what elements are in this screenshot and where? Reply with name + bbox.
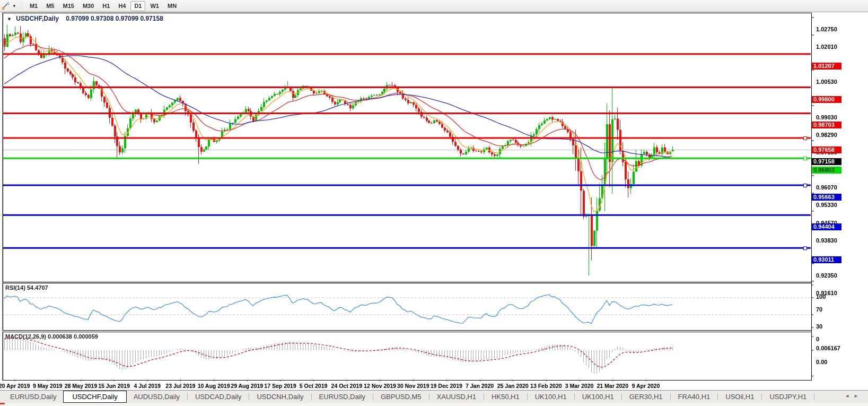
symbol-tab-4[interactable]: USDCNH,Daily: [250, 392, 310, 402]
hline-price-label[interactable]: 0.99800: [812, 96, 841, 103]
date-tick-label: 19 Dec 2019: [431, 383, 462, 389]
date-tick-label: 24 Oct 2019: [331, 383, 362, 389]
symbol-tab-0[interactable]: EURUSD,Daily: [3, 392, 63, 402]
price-tick-label: 0.93830: [816, 237, 837, 244]
tab-separator: [670, 393, 671, 400]
toolbar-grip-handle[interactable]: [21, 2, 22, 10]
date-axis[interactable]: 20 Apr 20199 May 201928 May 201915 Jun 2…: [0, 381, 868, 390]
symbol-tab-11[interactable]: GER30,H1: [622, 392, 670, 402]
price-tick-label: 0.96070: [816, 184, 837, 191]
symbol-tab-1[interactable]: USDCHF,Daily: [63, 391, 126, 403]
date-tick-label: 10 Aug 2019: [198, 383, 230, 389]
symbol-tab-10[interactable]: UK100,H1: [575, 392, 621, 402]
tab-scroll-right-icon[interactable]: ►: [854, 393, 863, 399]
tab-separator: [574, 393, 575, 400]
tab-separator: [761, 393, 762, 400]
tab-separator: [311, 393, 312, 400]
collapse-indicator-icon[interactable]: ▼: [7, 16, 12, 22]
hline-price-label[interactable]: 0.95663: [812, 194, 841, 201]
date-tick-label: 29 Aug 2019: [231, 383, 263, 389]
timeframe-button-d1[interactable]: D1: [130, 1, 145, 11]
symbol-tab-12[interactable]: FRA40,H1: [671, 392, 717, 402]
timeframe-button-m30[interactable]: M30: [79, 1, 98, 11]
tab-separator: [484, 393, 484, 400]
rsi-tick-label: 100: [816, 293, 826, 300]
chart-window: ▼ USDCHF,Daily 0.97099 0.97308 0.97099 0…: [0, 12, 868, 406]
tab-separator: [814, 393, 814, 400]
date-tick-label: 17 Sep 2019: [264, 383, 296, 389]
tab-scroll-arrows[interactable]: ◄►: [845, 393, 863, 399]
rsi-tick-label: 30: [816, 323, 822, 330]
symbol-tab-9[interactable]: UK100,H1: [528, 392, 574, 402]
chart-canvas[interactable]: [0, 12, 868, 406]
hline-price-label[interactable]: 0.96803: [812, 167, 841, 174]
tab-scroll-left-icon[interactable]: ◄: [845, 393, 854, 399]
date-tick-label: 30 Nov 2019: [397, 383, 429, 389]
mt4-terminal: { "toolbar": { "timeframes": ["M1","M5",…: [0, 0, 868, 406]
price-tick-label: 0.92350: [816, 272, 837, 279]
macd-tick-label: 0.006167: [816, 345, 840, 351]
timeframe-button-h4[interactable]: H4: [115, 1, 129, 11]
timeframe-button-h1[interactable]: H1: [99, 1, 113, 11]
hline-price-label[interactable]: 0.93011: [812, 256, 841, 263]
date-tick-label: 13 Feb 2020: [530, 383, 562, 389]
tab-separator: [429, 393, 429, 400]
chart-tab-bar: EURUSD,DailyUSDCHF,DailyAUDUSD,DailyUSDC…: [0, 390, 868, 403]
symbol-tab-3[interactable]: USDCAD,Daily: [188, 392, 248, 402]
timeframe-button-m5[interactable]: M5: [42, 1, 58, 11]
symbol-tab-5[interactable]: EURUSD,Daily: [312, 392, 372, 402]
price-tick-label: 1.02010: [816, 44, 837, 50]
timeframe-button-mn[interactable]: MN: [164, 1, 180, 11]
date-tick-label: 9 Apr 2020: [632, 383, 660, 389]
symbol-tab-8[interactable]: HK50,H1: [485, 392, 527, 402]
price-tick-label: 0.98290: [816, 132, 837, 138]
timeframe-button-group: M1M5M15M30H1H4D1W1MN: [25, 1, 181, 11]
tab-separator: [717, 393, 718, 400]
date-tick-label: 5 Oct 2019: [300, 383, 328, 389]
date-tick-label: 7 Jan 2020: [466, 383, 494, 389]
status-strip: [0, 402, 868, 406]
symbol-tab-6[interactable]: GBPUSD,M5: [374, 392, 428, 402]
date-tick-label: 23 Jul 2019: [165, 383, 195, 389]
rsi-tick-label: 70: [816, 306, 822, 313]
tab-separator: [373, 393, 373, 400]
date-tick-label: 20 Apr 2019: [0, 383, 30, 389]
timeframe-button-m15[interactable]: M15: [59, 1, 77, 11]
status-marker: [0, 403, 5, 404]
hline-price-label[interactable]: 1.01207: [812, 63, 841, 70]
hline-price-label[interactable]: 0.97658: [812, 146, 841, 153]
window-left-border: [2, 12, 3, 406]
symbol-tab-7[interactable]: XAUUSD,H1: [430, 392, 483, 402]
price-tick-label: 0.99030: [816, 114, 837, 120]
symbol-tab-13[interactable]: USOil,H1: [718, 392, 761, 402]
tab-separator: [621, 393, 622, 400]
symbol-tab-14[interactable]: USDJPY,H1: [762, 392, 813, 402]
macd-indicator-label: MACD(12,26,9) 0.000638 0.000059: [5, 333, 98, 340]
caret-down-icon[interactable]: ▼: [12, 4, 16, 8]
date-tick-label: 21 Mar 2020: [597, 383, 628, 389]
rsi-tick-label: 0: [816, 336, 819, 342]
symbol-tab-2[interactable]: AUDUSD,Daily: [127, 392, 187, 402]
timeframe-button-m1[interactable]: M1: [26, 1, 41, 11]
current-price-label: 0.97158: [812, 158, 841, 165]
draw-tool-icon[interactable]: [2, 2, 12, 10]
tab-separator: [249, 393, 249, 400]
price-tick-label: 0.95330: [816, 202, 837, 208]
date-tick-label: 3 Mar 2020: [565, 383, 594, 389]
date-tick-label: 9 May 2019: [33, 383, 62, 389]
date-tick-label: 4 Jul 2019: [134, 383, 161, 389]
macd-tick-label: 0.00: [816, 359, 827, 365]
tab-separator: [527, 393, 528, 400]
date-tick-label: 28 May 2019: [65, 383, 97, 389]
symbol-period-label: USDCHF,Daily: [16, 15, 59, 22]
tab-separator: [187, 393, 188, 400]
date-tick-label: 25 Jan 2020: [497, 383, 529, 389]
top-toolbar: ▼ M1M5M15M30H1H4D1W1MN: [0, 0, 868, 12]
timeframe-button-w1[interactable]: W1: [146, 1, 163, 11]
hline-price-label[interactable]: 0.98703: [812, 122, 841, 128]
price-tick-label: 1.00530: [816, 79, 837, 85]
chart-title: ▼ USDCHF,Daily 0.97099 0.97308 0.97099 0…: [7, 15, 163, 22]
price-tick-label: 1.02750: [816, 26, 837, 32]
hline-price-label[interactable]: 0.94404: [812, 223, 841, 230]
date-tick-label: 12 Nov 2019: [364, 383, 396, 389]
